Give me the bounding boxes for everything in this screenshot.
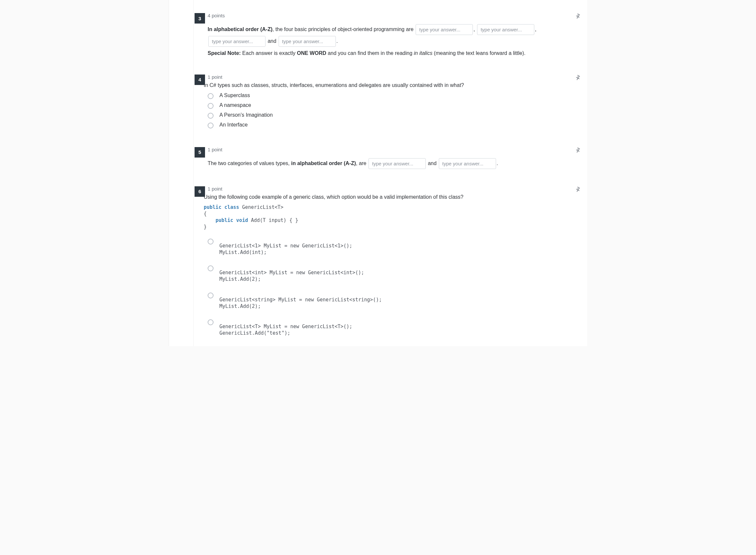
sep-and: and (428, 161, 436, 166)
sep-comma-1: , (473, 27, 475, 32)
radio-button[interactable] (208, 239, 213, 245)
question-text: In C# types such as classes, structs, in… (204, 82, 574, 88)
question-number-badge: 6 (195, 186, 205, 197)
radio-button[interactable] (208, 113, 213, 119)
note-text-3: (meaning the text leans forward a little… (432, 50, 526, 56)
choice-label: An Interface (219, 122, 248, 128)
prompt-post: , are (356, 161, 367, 166)
choice-row[interactable]: A Person's Imagination (208, 111, 574, 120)
radio-button[interactable] (208, 123, 213, 128)
prompt-lead: In alphabetical order (A-Z) (208, 27, 272, 32)
answer-input-1[interactable] (369, 158, 426, 169)
choice-row[interactable]: GenericList<int> MyList = new GenericLis… (208, 263, 574, 284)
answer-input-2[interactable] (477, 24, 534, 35)
radio-button[interactable] (208, 103, 213, 109)
choice-code: GenericList<int> MyList = new GenericLis… (219, 265, 364, 283)
choice-label: A namespace (219, 102, 251, 108)
choice-label: A Person's Imagination (219, 112, 273, 118)
radio-button[interactable] (208, 93, 213, 99)
points-label: 1 point (208, 186, 574, 191)
sep-period: . (336, 38, 338, 44)
prompt-mid: , the four basic principles of object-or… (272, 27, 413, 32)
question-4: 4 1 point In C# types such as classes, s… (169, 66, 587, 138)
radio-button[interactable] (208, 293, 213, 298)
question-prompt: In alphabetical order (A-Z), the four ba… (208, 24, 574, 47)
choice-row[interactable]: GenericList<1> MyList = new GenericList<… (208, 236, 574, 258)
pin-icon[interactable] (575, 13, 581, 19)
code-text: { (204, 211, 207, 217)
question-6: 6 1 point Using the following code examp… (169, 177, 587, 346)
choice-row[interactable]: A Superclass (208, 91, 574, 101)
prompt-bold: in alphabetical order (A-Z) (291, 161, 356, 166)
choice-list: GenericList<1> MyList = new GenericList<… (208, 236, 574, 338)
choice-row[interactable]: An Interface (208, 120, 574, 130)
choice-row[interactable]: A namespace (208, 101, 574, 111)
sep-comma-2: , (535, 27, 536, 32)
choice-row[interactable]: GenericList<string> MyList = new Generic… (208, 290, 574, 311)
choice-code: GenericList<string> MyList = new Generic… (219, 292, 382, 310)
code-example: public class GenericList<T> { public voi… (204, 204, 574, 230)
choice-row[interactable]: GenericList<T> MyList = new GenericList<… (208, 317, 574, 338)
points-label: 1 point (208, 74, 574, 80)
question-prompt: The two categories of values types, in a… (208, 158, 574, 169)
pin-icon[interactable] (575, 75, 581, 80)
choice-list: A Superclass A namespace A Person's Imag… (208, 91, 574, 130)
special-note: Special Note: Each answer is exactly ONE… (208, 49, 574, 57)
code-text: } (204, 224, 207, 230)
code-text: Add(T input) { } (248, 217, 298, 223)
choice-code: GenericList<T> MyList = new GenericList<… (219, 319, 352, 337)
question-number-badge: 3 (195, 13, 205, 24)
points-label: 4 points (208, 13, 574, 18)
quiz-page: 3 4 points In alphabetical order (A-Z), … (169, 0, 587, 346)
note-italics: in italics (414, 50, 433, 56)
code-text: GenericList<T> (239, 204, 283, 210)
pin-icon[interactable] (575, 147, 581, 153)
choice-code: GenericList<1> MyList = new GenericList<… (219, 238, 352, 256)
question-number-badge: 5 (195, 147, 205, 158)
pin-icon[interactable] (575, 186, 581, 192)
radio-button[interactable] (208, 265, 213, 271)
note-oneword: ONE WORD (297, 50, 326, 56)
choice-label: A Superclass (219, 92, 250, 98)
question-3: 3 4 points In alphabetical order (A-Z), … (169, 4, 587, 66)
question-5: 5 1 point The two categories of values t… (169, 138, 587, 177)
answer-input-2[interactable] (439, 158, 496, 169)
sep-and: and (267, 38, 276, 44)
question-number-badge: 4 (195, 75, 205, 85)
note-text-2: and you can find them in the reading (326, 50, 414, 56)
code-kw: public void (215, 217, 248, 223)
answer-input-3[interactable] (208, 36, 265, 47)
code-kw: public class (204, 204, 239, 210)
points-label: 1 point (208, 147, 574, 152)
answer-input-1[interactable] (416, 24, 473, 35)
note-lead: Special Note: (208, 50, 241, 56)
sep-period: . (497, 161, 498, 166)
note-text-1: Each answer is exactly (241, 50, 297, 56)
prompt-pre: The two categories of values types, (208, 161, 291, 166)
radio-button[interactable] (208, 319, 213, 325)
answer-input-4[interactable] (279, 36, 336, 47)
question-text: Using the following code example of a ge… (204, 194, 574, 200)
